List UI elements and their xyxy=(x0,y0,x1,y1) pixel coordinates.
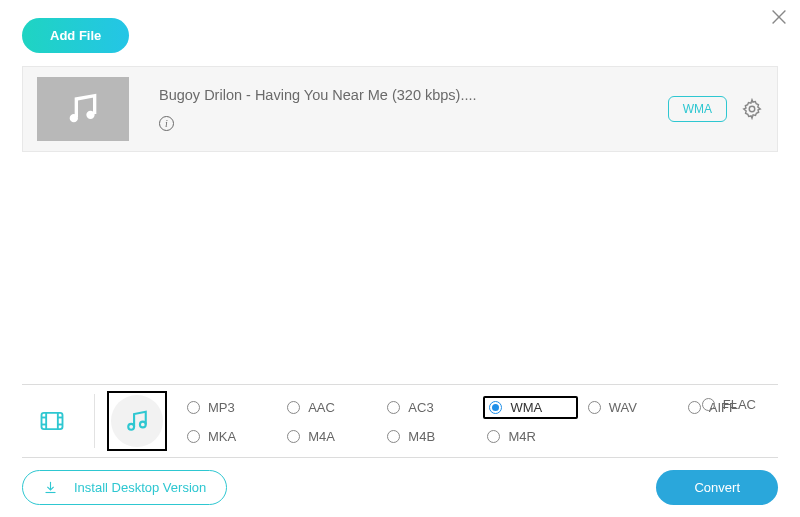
format-option-aac[interactable]: AAC xyxy=(283,398,377,417)
format-label: AAC xyxy=(308,400,335,415)
format-option-m4r[interactable]: M4R xyxy=(483,427,577,446)
video-mode-icon[interactable] xyxy=(36,405,68,437)
format-option-wav[interactable]: WAV xyxy=(584,398,678,417)
settings-icon[interactable] xyxy=(741,98,763,120)
format-label: M4A xyxy=(308,429,335,444)
svg-rect-3 xyxy=(42,413,63,429)
convert-button[interactable]: Convert xyxy=(656,470,778,505)
format-bar: MP3 AAC AC3 WMA WAV AIFF MKA M4A M4B M4R xyxy=(22,384,778,458)
close-icon[interactable] xyxy=(768,6,790,28)
format-option-flac[interactable]: FLAC xyxy=(698,395,760,414)
format-label: WAV xyxy=(609,400,637,415)
format-option-m4a[interactable]: M4A xyxy=(283,427,377,446)
format-label: MP3 xyxy=(208,400,235,415)
format-option-wma[interactable]: WMA xyxy=(483,396,577,419)
svg-point-2 xyxy=(749,106,755,112)
format-label: AC3 xyxy=(408,400,433,415)
format-label: MKA xyxy=(208,429,236,444)
audio-mode-highlight xyxy=(107,391,167,451)
info-icon[interactable]: i xyxy=(159,116,174,131)
add-file-button[interactable]: Add File xyxy=(22,18,129,53)
audio-mode-icon[interactable] xyxy=(111,395,163,447)
file-title: Bugoy Drilon - Having You Near Me (320 k… xyxy=(159,87,668,103)
format-badge[interactable]: WMA xyxy=(668,96,727,122)
format-option-mka[interactable]: MKA xyxy=(183,427,277,446)
format-label: WMA xyxy=(510,400,542,415)
format-label: M4R xyxy=(508,429,535,444)
bottom-bar: Install Desktop Version Convert xyxy=(22,470,778,505)
file-item: Bugoy Drilon - Having You Near Me (320 k… xyxy=(22,66,778,152)
format-label: FLAC xyxy=(723,397,756,412)
download-icon xyxy=(43,480,58,495)
format-option-m4b[interactable]: M4B xyxy=(383,427,477,446)
format-label: M4B xyxy=(408,429,435,444)
format-grid: MP3 AAC AC3 WMA WAV AIFF MKA M4A M4B M4R xyxy=(183,396,778,446)
format-option-mp3[interactable]: MP3 xyxy=(183,398,277,417)
music-thumbnail-icon xyxy=(37,77,129,141)
format-option-ac3[interactable]: AC3 xyxy=(383,398,477,417)
install-desktop-button[interactable]: Install Desktop Version xyxy=(22,470,227,505)
divider xyxy=(94,394,95,448)
install-label: Install Desktop Version xyxy=(74,480,206,495)
